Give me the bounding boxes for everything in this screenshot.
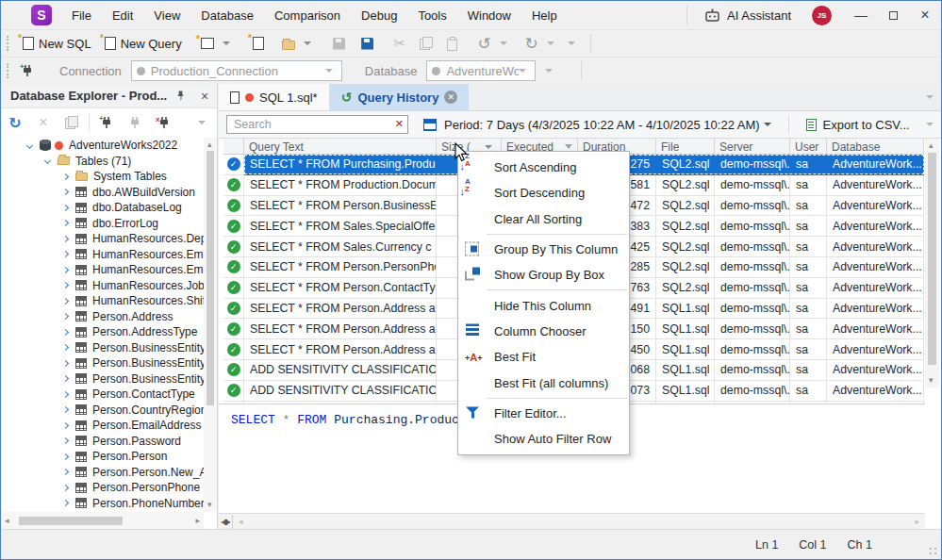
explorer-vertical-scrollbar[interactable]: ▴ ▾ <box>204 138 217 512</box>
toolbar-overflow-dropdown[interactable] <box>568 41 575 45</box>
open-file-dropdown[interactable] <box>304 41 311 45</box>
tree-item[interactable]: Person.PhoneNumberT <box>1 496 204 512</box>
cut-button[interactable]: ✂ <box>388 32 411 55</box>
tree-item[interactable]: Person.Person.New_A <box>1 465 204 481</box>
tree-item[interactable]: Person.BusinessEntityA <box>1 355 204 371</box>
tree-item[interactable]: HumanResources.JobC <box>1 278 204 294</box>
expand-arrow-icon[interactable] <box>62 220 69 226</box>
new-query-button[interactable]: * New Query <box>98 32 189 55</box>
expand-arrow-icon[interactable] <box>62 406 69 413</box>
tab-list-dropdown[interactable] <box>926 95 934 99</box>
remove-connection-button[interactable]: x <box>149 111 177 134</box>
refresh-button[interactable]: ↻ <box>1 111 29 134</box>
tree-item[interactable]: Person.Person <box>1 449 204 465</box>
menu-item-show-group-by-box[interactable]: Show Group By Box <box>458 262 629 288</box>
save-all-button[interactable] <box>356 32 379 55</box>
menu-item-tools[interactable]: Tools <box>407 1 456 29</box>
close-button[interactable]: × <box>909 1 941 29</box>
menu-item-help[interactable]: Help <box>521 1 568 29</box>
tree-item[interactable]: Person.CountryRegion <box>1 403 204 419</box>
expand-arrow-icon[interactable] <box>62 298 69 305</box>
expand-arrow-icon[interactable] <box>62 267 69 273</box>
tab-close-icon[interactable]: ✕ <box>444 91 457 104</box>
explorer-close-button[interactable]: × <box>192 89 217 104</box>
undo-button[interactable]: ↺ <box>473 32 496 55</box>
tree-item[interactable]: Person.AddressType <box>1 324 204 340</box>
menu-item-window[interactable]: Window <box>457 1 521 29</box>
expand-arrow-icon[interactable] <box>62 236 69 242</box>
connection-combo-dropdown[interactable] <box>325 69 333 73</box>
menu-item-best-fit[interactable]: Best Fit+A+ <box>458 344 629 370</box>
paste-button[interactable] <box>441 32 464 55</box>
open-file-button[interactable] <box>277 32 300 55</box>
menu-item-sort-descending[interactable]: Sort DescendingZA↓ <box>458 180 629 206</box>
tree-item[interactable]: Person.Password <box>1 434 204 450</box>
menu-item-edit[interactable]: Edit <box>102 1 143 29</box>
new-sql-button[interactable]: * New SQL <box>16 32 98 55</box>
export-dropdown[interactable] <box>926 123 934 126</box>
menu-item-clear-all-sorting[interactable]: Clear All Sorting <box>458 206 629 232</box>
redo-button[interactable]: ↻ <box>521 32 543 55</box>
expand-arrow-icon[interactable] <box>62 375 69 382</box>
expand-arrow-icon[interactable] <box>62 437 69 444</box>
menu-item-view[interactable]: View <box>143 1 190 29</box>
expand-arrow-icon[interactable] <box>62 189 69 195</box>
tree-item[interactable]: Tables (71) <box>1 154 204 170</box>
ai-assistant-button[interactable]: AI Assistant <box>695 1 801 29</box>
edit-connection-button[interactable] <box>121 111 149 134</box>
grid-header-database[interactable]: Database <box>827 139 924 154</box>
tree-item[interactable]: Person.BusinessEntity <box>1 340 204 356</box>
tree-item[interactable]: dbo.DatabaseLog <box>1 200 204 216</box>
connection-overflow-dropdown[interactable] <box>545 69 553 73</box>
menu-item-filter-editor[interactable]: Filter Editor... <box>458 401 629 426</box>
menu-item-hide-this-column[interactable]: Hide This Column <box>458 292 629 318</box>
resize-grip[interactable] <box>929 547 938 556</box>
menu-item-debug[interactable]: Debug <box>351 1 407 29</box>
explorer-horizontal-scrollbar[interactable]: ◂ ▸ <box>1 512 204 529</box>
database-combo[interactable]: AdventureWorks20... <box>426 60 536 81</box>
new-sql-window-button[interactable]: * <box>196 32 219 55</box>
expand-arrow-icon[interactable] <box>62 422 69 429</box>
expand-arrow-icon[interactable] <box>62 173 69 180</box>
minimize-button[interactable]: — <box>845 1 877 29</box>
duplicate-button[interactable] <box>58 111 86 134</box>
period-dropdown[interactable] <box>764 123 771 126</box>
tree-item[interactable]: HumanResources.Empl <box>1 247 204 263</box>
splitter-button[interactable]: ◂▮▸ <box>219 515 233 529</box>
menu-item-column-chooser[interactable]: Column Chooser <box>458 319 629 344</box>
collapse-arrow-icon[interactable] <box>44 157 51 164</box>
expand-arrow-icon[interactable] <box>62 485 69 491</box>
add-connection-button[interactable]: + <box>92 111 121 134</box>
tree-item[interactable]: Person.BusinessEntityC <box>1 371 204 387</box>
undo-dropdown[interactable] <box>500 41 507 45</box>
menu-item-show-auto-filter-row[interactable]: Show Auto Filter Row <box>458 426 629 452</box>
copy-button[interactable] <box>415 32 438 55</box>
menu-item-database[interactable]: Database <box>190 1 264 29</box>
expand-arrow-icon[interactable] <box>62 313 69 320</box>
expand-arrow-icon[interactable] <box>62 251 69 257</box>
period-filter[interactable]: Period: 7 Days (4/3/2025 10:22 AM - 4/10… <box>444 118 760 132</box>
grid-header-file[interactable]: File <box>656 139 715 154</box>
tree-item[interactable]: Person.EmailAddress <box>1 418 204 434</box>
menu-item-comparison[interactable]: Comparison <box>264 1 351 29</box>
tree-item[interactable]: HumanResources.Empl <box>1 262 204 278</box>
expand-arrow-icon[interactable] <box>62 360 69 367</box>
grid-header-user[interactable]: User <box>790 139 827 154</box>
save-button[interactable] <box>328 32 351 55</box>
tab-query-history[interactable]: ↺ Query History ✕ <box>330 84 470 110</box>
expand-arrow-icon[interactable] <box>62 500 69 506</box>
expand-arrow-icon[interactable] <box>62 329 69 336</box>
tree-item[interactable]: HumanResources.Depa <box>1 231 204 247</box>
tree-item[interactable]: System Tables <box>1 169 204 185</box>
expand-arrow-icon[interactable] <box>62 391 69 398</box>
tree-item[interactable]: dbo.AWBuildVersion <box>1 185 204 201</box>
new-connection-button[interactable]: + <box>16 59 39 82</box>
tree-item[interactable]: dbo.ErrorLog <box>1 216 204 232</box>
menu-item-best-fit-all-columns[interactable]: Best Fit (all columns) <box>458 370 629 395</box>
column-filter-dropdown[interactable] <box>485 145 492 149</box>
new-document-button[interactable]: * <box>247 32 270 55</box>
active-filter-icon[interactable] <box>565 144 572 149</box>
collapse-arrow-icon[interactable] <box>26 142 33 149</box>
toolbar-grip[interactable] <box>7 63 8 78</box>
grid-header-server[interactable]: Server <box>715 139 790 154</box>
